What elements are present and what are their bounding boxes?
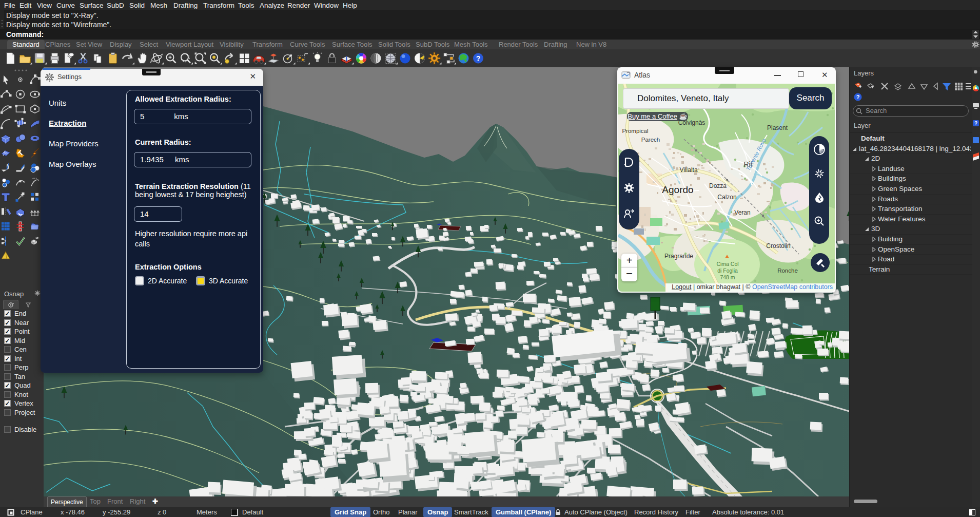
svg-text:Pragrande: Pragrande [664, 253, 693, 260]
svg-text:Villalta: Villalta [679, 166, 697, 174]
svg-text:Parech: Parech [641, 137, 660, 143]
svg-text:Calzon: Calzon [717, 194, 736, 201]
svg-text:Piasent: Piasent [767, 124, 788, 131]
svg-text:Cima Col: Cima Col [716, 261, 738, 267]
svg-text:Ronche: Ronche [777, 267, 798, 274]
svg-text:?: ? [476, 54, 481, 63]
svg-text:Crostolin: Crostolin [766, 242, 790, 250]
svg-text:Prompical: Prompical [622, 128, 648, 134]
svg-text:Agordo: Agordo [662, 184, 693, 195]
svg-text:Dozza: Dozza [709, 182, 727, 189]
svg-text:Veran: Veran [734, 209, 750, 216]
svg-text:?: ? [974, 121, 977, 126]
svg-text:748 m: 748 m [720, 274, 735, 280]
svg-text:?: ? [856, 94, 860, 100]
svg-text:di Foglia: di Foglia [717, 267, 738, 274]
